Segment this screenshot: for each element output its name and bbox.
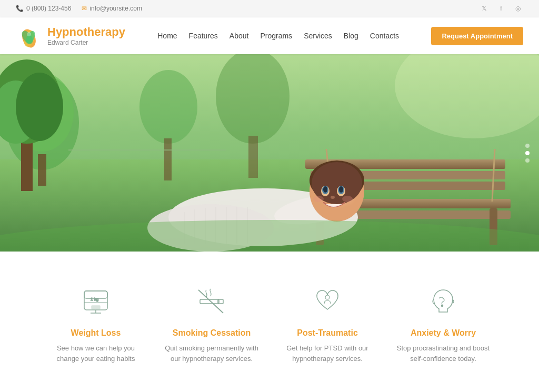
logo-area: Hypnotherapy Edward Carter: [16, 23, 125, 49]
top-bar-left: 📞 0 (800) 123-456 ✉ info@yoursite.com: [16, 5, 142, 12]
heart-person-icon: [312, 286, 343, 317]
svg-point-36: [323, 186, 327, 193]
social-links: 𝕏 f ◎: [479, 3, 523, 14]
svg-point-4: [27, 32, 31, 36]
smoking-cessation-title: Smoking Cessation: [164, 328, 259, 338]
facebook-icon[interactable]: f: [496, 3, 506, 14]
feature-smoking-cessation: Smoking Cessation Quit smoking permanent…: [154, 283, 270, 364]
svg-rect-18: [68, 149, 226, 151]
hero-scene-svg: [0, 54, 539, 252]
email-address: info@yoursite.com: [89, 5, 142, 12]
hero-image: [0, 54, 539, 252]
post-traumatic-icon-wrap: [309, 283, 346, 320]
nav-blog[interactable]: Blog: [344, 32, 358, 40]
email-item: ✉ info@yoursite.com: [82, 5, 142, 12]
smoking-cessation-icon-wrap: [193, 283, 230, 320]
slider-dots[interactable]: [525, 144, 530, 163]
no-smoking-icon: [196, 286, 227, 317]
feature-weight-loss: 1 kg Weight Loss See how we can help you…: [38, 283, 154, 364]
logo-text: Hypnotherapy Edward Carter: [47, 25, 125, 46]
svg-text:1 kg: 1 kg: [91, 297, 98, 301]
phone-item: 📞 0 (800) 123-456: [16, 5, 71, 12]
slider-dot-3[interactable]: [525, 158, 530, 163]
svg-point-40: [331, 196, 335, 199]
nav-about[interactable]: About: [229, 32, 249, 40]
svg-point-63: [442, 305, 443, 307]
svg-point-39: [339, 186, 343, 193]
anxiety-worry-desc: Stop procrastinating and boost self-conf…: [396, 343, 491, 364]
top-bar: 📞 0 (800) 123-456 ✉ info@yoursite.com 𝕏 …: [0, 0, 539, 17]
post-traumatic-title: Post-Traumatic: [280, 328, 375, 338]
anxiety-worry-title: Anxiety & Worry: [396, 328, 491, 338]
nav-programs[interactable]: Programs: [260, 32, 292, 40]
nav-contacts[interactable]: Contacts: [370, 32, 399, 40]
anxiety-worry-icon-wrap: [425, 283, 462, 320]
svg-point-41: [313, 196, 324, 202]
main-nav: Home Features About Programs Services Bl…: [157, 32, 399, 40]
twitter-icon[interactable]: 𝕏: [479, 3, 490, 14]
svg-point-42: [342, 196, 353, 202]
scale-icon: 1 kg: [80, 286, 112, 317]
email-icon: ✉: [82, 5, 87, 12]
svg-point-13: [16, 73, 63, 141]
hero-section: [0, 54, 539, 252]
post-traumatic-desc: Get help for PTSD with our hypnotherapy …: [280, 343, 375, 364]
nav-features[interactable]: Features: [189, 32, 218, 40]
weight-loss-icon-wrap: 1 kg: [77, 283, 114, 320]
smoking-cessation-desc: Quit smoking permanently with our hypnot…: [164, 343, 259, 364]
head-mind-icon: [427, 286, 459, 317]
svg-rect-9: [38, 154, 46, 186]
weight-loss-title: Weight Loss: [48, 328, 143, 338]
phone-number: 0 (800) 123-456: [26, 5, 71, 12]
brand-sub: Edward Carter: [47, 39, 125, 46]
logo-icon: [16, 23, 42, 49]
svg-rect-17: [248, 136, 258, 178]
feature-anxiety-worry: Anxiety & Worry Stop procrastinating and…: [385, 283, 501, 364]
slider-dot-1[interactable]: [525, 144, 530, 148]
nav-home[interactable]: Home: [157, 32, 177, 40]
feature-post-traumatic: Post-Traumatic Get help for PTSD with ou…: [270, 283, 385, 364]
svg-point-14: [139, 70, 197, 144]
slider-dot-2[interactable]: [525, 151, 530, 155]
features-section: 1 kg Weight Loss See how we can help you…: [0, 252, 539, 390]
header: Hypnotherapy Edward Carter Home Features…: [0, 17, 539, 54]
brand-name: Hypnotherapy: [47, 25, 125, 39]
request-appointment-button[interactable]: Request Appointment: [431, 27, 523, 45]
svg-rect-56: [92, 306, 100, 309]
instagram-icon[interactable]: ◎: [513, 3, 523, 14]
svg-rect-15: [164, 138, 172, 180]
nav-services[interactable]: Services: [304, 32, 332, 40]
weight-loss-desc: See how we can help you change your eati…: [48, 343, 143, 364]
phone-icon: 📞: [16, 5, 24, 12]
svg-point-62: [325, 295, 330, 299]
